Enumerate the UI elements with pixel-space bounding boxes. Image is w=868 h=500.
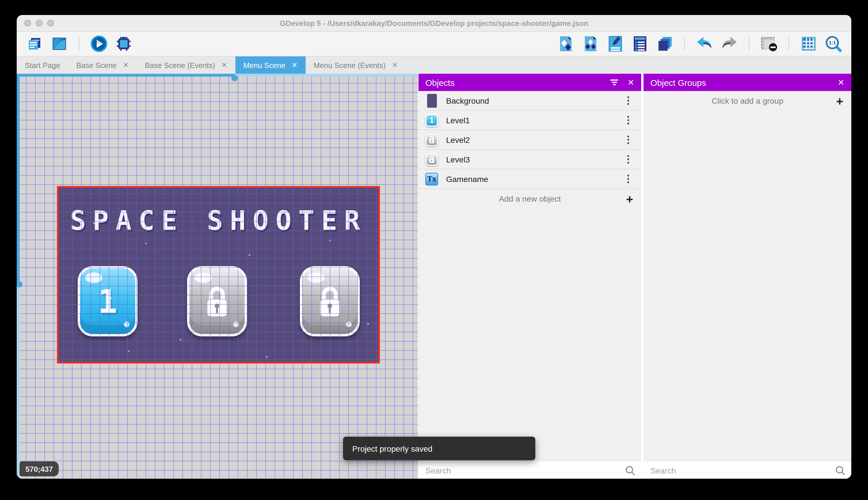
close-tab-icon[interactable]: ✕ [292,61,297,69]
lock-icon [315,283,345,319]
scene-object-gamename-text[interactable]: SPACE SHOOTER [59,205,378,236]
add-new-object-button[interactable]: Add a new object + [419,189,641,208]
play-icon [90,35,108,53]
tab-menu-scene[interactable]: Menu Scene ✕ [235,56,306,74]
level1-button-icon: 1 [425,114,438,126]
layers-button[interactable] [656,35,673,53]
object-groups-panel: Object Groups ✕ Click to add a group + [644,74,851,479]
horizontal-scrollbar-thumb[interactable] [17,74,235,77]
search-icon [835,465,846,476]
object-row-background[interactable]: Background ⋮ [419,91,641,111]
object-menu-kebab-icon[interactable]: ⋮ [621,173,635,185]
app-window: GDevelop 5 - /Users/dkarakay/Documents/G… [17,15,851,479]
main-toolbar: 1:1 [17,32,851,56]
object-menu-kebab-icon[interactable]: ⋮ [621,153,635,165]
properties-pencil-icon [608,36,622,52]
maximize-window-button[interactable] [47,20,54,26]
toggle-object-groups-panel-button[interactable] [582,35,599,53]
objects-panel-header: Objects ✕ [419,74,641,91]
tab-base-scene[interactable]: Base Scene ✕ [68,56,137,74]
project-manager-button[interactable] [26,35,43,53]
zoom-100-button[interactable]: 1:1 [825,35,842,53]
toolbar-right-group: 1:1 [557,35,842,53]
object-name: Level2 [446,135,470,144]
scene-object-level3-button[interactable] [300,266,360,337]
instances-list-button[interactable] [631,35,649,53]
lock-icon [202,283,232,319]
horizontal-scrollbar-handle[interactable] [231,75,238,81]
close-tab-icon[interactable]: ✕ [221,61,227,69]
tab-label: Menu Scene (Events) [314,61,386,69]
scene-object-level2-button[interactable] [187,266,247,337]
objects-panel-title: Objects [425,78,455,87]
scene-editor-button[interactable] [51,35,68,53]
plus-icon[interactable]: + [626,193,633,205]
filter-icon[interactable] [610,79,619,85]
tab-label: Menu Scene [244,61,285,69]
close-tab-icon[interactable]: ✕ [392,61,398,69]
screenshot-stage: GDevelop 5 - /Users/dkarakay/Documents/G… [0,0,868,500]
object-menu-kebab-icon[interactable]: ⋮ [621,94,635,106]
undo-icon [696,36,713,51]
object-menu-kebab-icon[interactable]: ⋮ [621,114,635,126]
redo-button[interactable] [721,35,738,53]
add-group-button[interactable]: Click to add a group + [644,91,851,111]
objects-search-input[interactable] [424,465,625,476]
object-groups-search-input[interactable] [649,465,835,476]
tab-bar: Start Page Base Scene ✕ Base Scene (Even… [17,56,851,74]
close-window-button[interactable] [24,20,31,26]
debug-button[interactable] [115,35,132,53]
object-row-level1[interactable]: 1 Level1 ⋮ [419,111,641,130]
main-content: SPACE SHOOTER 1 [17,74,851,479]
tab-base-scene-events[interactable]: Base Scene (Events) ✕ [137,56,235,74]
scene-canvas[interactable]: SPACE SHOOTER 1 [17,74,418,479]
toast-message: Project properly saved [352,444,433,453]
objects-search-bar [419,462,641,479]
vertical-scrollbar-handle[interactable] [17,281,22,287]
object-groups-panel-title: Object Groups [650,78,706,87]
objects-panel-icon [559,36,573,52]
game-scene-window[interactable]: SPACE SHOOTER 1 [57,186,380,363]
plus-icon[interactable]: + [836,95,843,107]
toolbar-separator [684,37,685,51]
add-new-object-label: Add a new object [499,194,561,203]
horizontal-scrollbar[interactable] [17,74,418,77]
close-object-groups-panel-icon[interactable]: ✕ [838,78,844,87]
object-name: Level1 [446,115,470,125]
object-groups-icon [584,36,597,52]
object-name: Level3 [446,155,470,164]
layers-icon [657,36,672,51]
toggle-objects-panel-button[interactable] [557,35,574,53]
toolbar-separator [79,37,80,51]
preview-play-button[interactable] [90,35,108,53]
locked-button-icon [425,153,438,166]
object-row-level2[interactable]: Level2 ⋮ [419,130,641,150]
undo-button[interactable] [696,35,713,53]
zoom-icon-label: 1:1 [829,40,836,46]
tab-label: Start Page [25,61,60,69]
object-row-level3[interactable]: Level3 ⋮ [419,150,641,169]
scene-properties-button[interactable] [607,35,624,53]
toolbar-separator [788,37,789,51]
tab-start-page[interactable]: Start Page [17,56,68,74]
toolbar-separator [749,37,749,51]
close-tab-icon[interactable]: ✕ [123,61,129,69]
toggle-grid-button[interactable] [800,35,817,53]
scene-object-level1-button[interactable]: 1 [78,266,138,337]
vertical-scrollbar-thumb[interactable] [17,74,20,284]
toggle-window-mask-button[interactable] [760,35,778,53]
close-objects-panel-icon[interactable]: ✕ [628,78,634,87]
debug-chip-icon [116,36,132,52]
instances-list-icon [633,36,647,52]
object-menu-kebab-icon[interactable]: ⋮ [621,134,635,146]
object-row-gamename[interactable]: Tx Gamename ⋮ [419,169,641,189]
minimize-window-button[interactable] [36,20,43,26]
vertical-scrollbar[interactable] [17,74,20,479]
object-name: Background [446,96,489,105]
tab-label: Base Scene [76,61,117,69]
objects-panel: Objects ✕ Background ⋮ 1 Level1 ⋮ [419,74,641,479]
cursor-coordinates-badge: 570;437 [20,462,59,476]
zoom-one-to-one-icon: 1:1 [825,35,842,53]
tab-menu-scene-events[interactable]: Menu Scene (Events) ✕ [306,56,406,74]
grid-icon [801,36,816,51]
